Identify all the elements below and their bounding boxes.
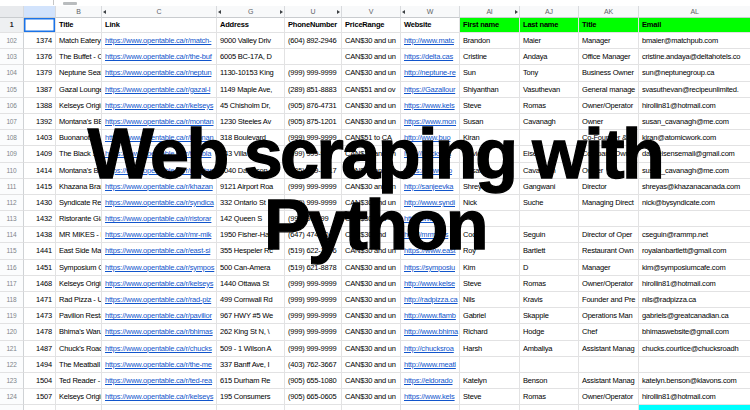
cell-title[interactable]: Kelseys Original [56, 98, 102, 114]
cell-link[interactable]: https://www.opentable.ca/r/montan [102, 163, 217, 179]
cell-price[interactable]: CAN$30 and un [342, 33, 401, 49]
cell-first_name[interactable] [460, 357, 520, 373]
cell-first_name[interactable]: Kiran [460, 130, 520, 146]
cell-title[interactable]: Buonanotte - U [56, 130, 102, 146]
cell-price[interactable]: CAN$30 and un [342, 324, 401, 340]
cell-website[interactable]: http://chucksroa [401, 341, 460, 357]
cell-email[interactable]: bmaier@matchpub.com [639, 33, 750, 49]
cell-website[interactable]: https://eldorado [401, 373, 460, 389]
cell-price[interactable]: CAN$30 and un [342, 357, 401, 373]
cell-first_name[interactable]: Nick [460, 195, 520, 211]
cell-id[interactable]: 1494 [24, 357, 56, 373]
cell-website[interactable]: https://symposiu [401, 260, 460, 276]
cell-website[interactable]: https://www.kels [401, 389, 460, 405]
cell-website[interactable]: http://www.g [401, 211, 460, 227]
cell-contact_title[interactable]: Managing Direct [579, 195, 639, 211]
cell-id[interactable]: 1409 [24, 146, 56, 162]
cell-link[interactable]: https://www.opentable.ca/r/montan [102, 114, 217, 130]
cell-title[interactable]: Montana's BBQ [56, 114, 102, 130]
cell-contact_title[interactable]: General manage [579, 82, 639, 98]
cell-address[interactable] [217, 405, 285, 410]
cell-link[interactable]: https://www.opentable.ca/r/gazal-l [102, 82, 217, 98]
cell-id[interactable]: 1430 [24, 195, 56, 211]
cell-id[interactable]: 1388 [24, 98, 56, 114]
cell-title[interactable]: Match Eatery & P [56, 33, 102, 49]
cell-id[interactable]: 1414 [24, 163, 56, 179]
cell-id[interactable]: 1471 [24, 292, 56, 308]
cell-contact_title[interactable]: Owner [579, 114, 639, 130]
cell-phone[interactable]: (905) 665-0605 [285, 389, 342, 405]
cell-contact_title[interactable]: Owner [579, 163, 639, 179]
cell-address[interactable]: 332 Ontario St [217, 195, 285, 211]
cell-price[interactable]: CAN$30 and [342, 227, 401, 243]
column-header-first_name[interactable]: AI [460, 6, 520, 18]
cell-first_name[interactable]: Brandon [460, 33, 520, 49]
cell-contact_title[interactable]: Co-Founder & C [579, 130, 639, 146]
column-header-phone[interactable]: U [285, 6, 342, 18]
cell-first_name[interactable]: Katelyn [460, 373, 520, 389]
cell-title[interactable]: MR MIKES - Kitc [56, 227, 102, 243]
cell-website[interactable]: https://www.kels [401, 98, 460, 114]
cell-price[interactable]: CAN$30 and un [342, 179, 401, 195]
cell-phone[interactable]: (999) 999-99 [285, 211, 342, 227]
cell-price[interactable]: CAN$30 and un [342, 65, 401, 81]
cell-contact_title[interactable] [579, 357, 639, 373]
column-header-address[interactable]: G [217, 6, 285, 18]
cell-id[interactable]: 1432 [24, 211, 56, 227]
cell-price[interactable] [342, 405, 401, 410]
cell-price[interactable]: CAN$30 and un [342, 49, 401, 65]
cell-address[interactable]: 9000 Valley Driv [217, 33, 285, 49]
cell-phone[interactable]: (905) 876-4731 [285, 98, 342, 114]
cell-contact_title[interactable] [579, 405, 639, 410]
cell-email[interactable]: royalanbartlett@gmail.com [639, 243, 750, 259]
cell-phone[interactable]: (999) 999-9999 [285, 308, 342, 324]
cell-link[interactable]: https://www.opentable.ca/r/the-bla [102, 146, 217, 162]
cell-link[interactable]: https://www.opentable.ca/r/bhimas [102, 324, 217, 340]
cell-website[interactable]: http://www.matc [401, 33, 460, 49]
column-header-id[interactable] [24, 6, 56, 18]
cell-title[interactable] [56, 405, 102, 410]
cell-link[interactable]: https://www.opentable.ca/r/mr-mik [102, 227, 217, 243]
cell-website[interactable]: http://radpizza.ca [401, 292, 460, 308]
cell-link[interactable]: https://www.opentable.ca/r/kelseys [102, 276, 217, 292]
cell-contact_title[interactable]: Owner/Operator [579, 98, 639, 114]
row-header[interactable]: 117 [0, 276, 24, 292]
cell-contact_title[interactable]: Manager [579, 33, 639, 49]
cell-contact_title[interactable]: Company Owne [579, 146, 639, 162]
hidden-columns-right-icon[interactable] [280, 10, 283, 14]
cell-id[interactable]: 1468 [24, 276, 56, 292]
cell-link[interactable] [102, 405, 217, 410]
cell-phone[interactable]: (289) 851-8883 [285, 82, 342, 98]
cell-contact_title[interactable]: Business Owner [579, 65, 639, 81]
cell-price[interactable]: CAN$30 and un [342, 260, 401, 276]
cell-email[interactable] [639, 357, 750, 373]
cell-price[interactable]: CAN$30 and [342, 211, 401, 227]
cell-last_name[interactable]: D [520, 260, 579, 276]
cell-title[interactable]: Syndicate Resta [56, 195, 102, 211]
cell-website[interactable]: http://neptune-re [401, 65, 460, 81]
cell-link[interactable]: https://www.opentable.ca/r/the-buf [102, 49, 217, 65]
cell-phone[interactable]: (999) 999-9999 [285, 324, 342, 340]
cell-id[interactable]: 1487 [24, 341, 56, 357]
cell-link[interactable]: https://www.opentable.ca/r/neptun [102, 65, 217, 81]
cell-last_name[interactable]: Skapple [520, 308, 579, 324]
cell-title[interactable]: Ted Reader - Th [56, 373, 102, 389]
cell-last_name[interactable]: Seguin [520, 227, 579, 243]
cell-id[interactable]: 1415 [24, 179, 56, 195]
cell-title[interactable]: East Side Mario' [56, 243, 102, 259]
cell-last_name[interactable]: Bartlett [520, 243, 579, 259]
cell-last_name[interactable] [520, 211, 579, 227]
cell-contact_title[interactable]: Owner/Operator [579, 276, 639, 292]
cell-address[interactable]: 262 King St N, \ [217, 324, 285, 340]
cell-link[interactable]: https://www.opentable.ca/r/chucks [102, 341, 217, 357]
cell-email[interactable]: nick@bysyndicate.com [639, 195, 750, 211]
cell-id[interactable]: 1478 [24, 324, 56, 340]
hidden-columns-left-icon[interactable] [218, 10, 221, 14]
cell-title[interactable]: Ristorante Giard [56, 211, 102, 227]
header-cell-title[interactable]: Title [56, 18, 102, 33]
column-header-link[interactable]: C [102, 6, 217, 18]
cell-price[interactable]: CAN$30 and un [342, 389, 401, 405]
cell-id[interactable]: 1438 [24, 227, 56, 243]
cell-email[interactable]: cseguin@rammp.net [639, 227, 750, 243]
cell-last_name[interactable]: Suche [520, 195, 579, 211]
